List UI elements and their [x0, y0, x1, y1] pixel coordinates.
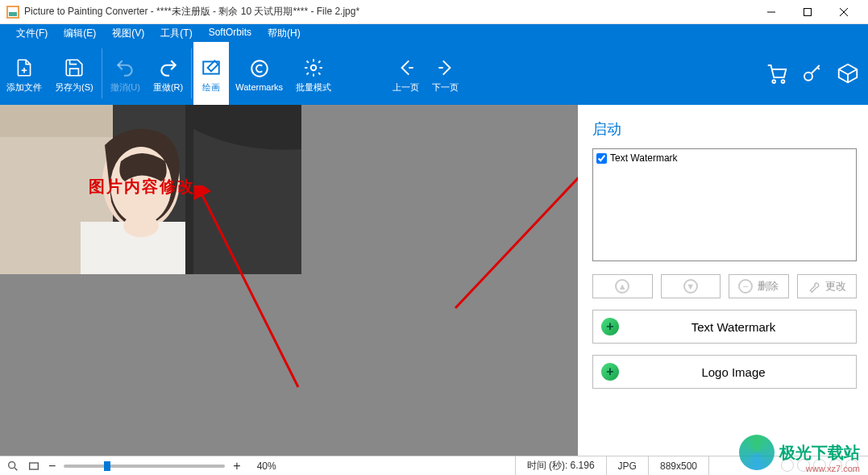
- side-panel-title: 启动: [592, 119, 857, 139]
- key-icon[interactable]: [800, 61, 824, 85]
- zoom-out-button[interactable]: −: [48, 459, 56, 473]
- batch-button[interactable]: 批量模式: [289, 42, 338, 105]
- undo-icon: [114, 56, 135, 80]
- zoom-in-button[interactable]: +: [233, 459, 240, 473]
- fit-screen-icon[interactable]: [27, 460, 40, 473]
- svg-rect-17: [0, 105, 113, 137]
- status-time: 时间 (秒): 6.196: [515, 456, 606, 476]
- separator: [102, 48, 102, 98]
- svg-point-12: [772, 80, 775, 83]
- save-icon: [64, 56, 85, 80]
- main-area: 图片内容修改 启动 Text Watermark ▲ ▼ −删除 更改 + Te…: [0, 105, 868, 456]
- add-file-button[interactable]: 添加文件: [0, 42, 48, 105]
- status-bar: − + 40% 时间 (秒): 6.196 JPG 889x500: [0, 456, 868, 475]
- separator: [191, 48, 192, 98]
- menu-view[interactable]: 视图(V): [104, 24, 152, 42]
- cart-icon[interactable]: [765, 61, 789, 85]
- svg-line-24: [455, 163, 578, 308]
- close-button[interactable]: [825, 0, 862, 24]
- svg-point-21: [123, 215, 159, 237]
- zoom-fit-icon[interactable]: [6, 460, 19, 473]
- package-icon[interactable]: [836, 61, 860, 85]
- menu-softorbits[interactable]: SoftOrbits: [201, 24, 260, 42]
- zoom-thumb[interactable]: [104, 461, 110, 471]
- undo-button[interactable]: 撤消(U): [104, 42, 147, 105]
- zoom-slider[interactable]: [64, 465, 225, 468]
- add-file-icon: [14, 56, 35, 80]
- watermark-checkbox[interactable]: [596, 153, 607, 164]
- svg-point-14: [804, 73, 812, 81]
- watermarks-button[interactable]: Watermarks: [229, 42, 289, 105]
- canvas[interactable]: 图片内容修改: [0, 105, 578, 456]
- gear-icon: [303, 56, 324, 80]
- watermark-item-label: Text Watermark: [610, 152, 678, 164]
- redo-button[interactable]: 重做(R): [147, 42, 189, 105]
- annotation-arrow: [193, 185, 314, 395]
- menu-edit[interactable]: 编辑(E): [56, 24, 104, 42]
- svg-point-13: [782, 80, 785, 83]
- app-icon: [6, 6, 19, 19]
- svg-point-25: [9, 461, 15, 468]
- svg-point-11: [311, 65, 317, 70]
- add-text-watermark-button[interactable]: + Text Watermark: [592, 310, 857, 344]
- delete-button[interactable]: −删除: [729, 274, 789, 298]
- paint-icon: [201, 56, 222, 80]
- menu-bar: 文件(F) 编辑(E) 视图(V) 工具(T) SoftOrbits 帮助(H): [0, 24, 868, 42]
- plus-icon: +: [601, 318, 619, 335]
- svg-line-26: [15, 468, 17, 470]
- prev-button[interactable]: 上一页: [386, 42, 426, 105]
- status-format: JPG: [606, 456, 648, 476]
- modify-button[interactable]: 更改: [797, 274, 858, 298]
- side-panel: 启动 Text Watermark ▲ ▼ −删除 更改 + Text Wate…: [578, 105, 868, 456]
- next-button[interactable]: 下一页: [426, 42, 465, 105]
- add-logo-image-button[interactable]: + Logo Image: [592, 355, 857, 389]
- svg-point-10: [251, 60, 268, 77]
- watermark-overlay-text: 图片内容修改: [89, 176, 195, 198]
- menu-help[interactable]: 帮助(H): [260, 24, 309, 42]
- move-down-button[interactable]: ▼: [661, 274, 721, 298]
- brand-url: www.xz7.com: [806, 464, 860, 473]
- move-up-button[interactable]: ▲: [592, 274, 653, 298]
- menu-tools[interactable]: 工具(T): [152, 24, 200, 42]
- plus-icon: +: [601, 363, 619, 381]
- paint-button[interactable]: 绘画: [193, 42, 229, 105]
- window-title: Picture to Painting Converter - ****未注册版…: [24, 5, 753, 19]
- menu-file[interactable]: 文件(F): [8, 24, 56, 42]
- next-icon: [435, 56, 456, 80]
- minus-icon: −: [738, 279, 753, 294]
- list-item[interactable]: Text Watermark: [596, 152, 853, 164]
- svg-rect-4: [804, 8, 811, 15]
- maximize-button[interactable]: [789, 0, 825, 24]
- save-as-button[interactable]: 另存为(S): [48, 42, 100, 105]
- zoom-value: 40%: [257, 460, 276, 472]
- toolbar: 添加文件 另存为(S) 撤消(U) 重做(R) 绘画 Watermarks 批量…: [0, 42, 868, 105]
- down-icon: ▼: [683, 279, 698, 294]
- prev-icon: [396, 56, 417, 80]
- redo-icon: [158, 56, 179, 80]
- svg-line-23: [201, 194, 298, 387]
- wrench-icon: [808, 280, 820, 293]
- copyright-icon: [249, 56, 270, 81]
- svg-rect-27: [30, 463, 39, 469]
- annotation-arrow: [447, 155, 578, 316]
- minimize-button[interactable]: [753, 0, 789, 24]
- svg-rect-2: [9, 12, 17, 16]
- status-dimensions: 889x500: [648, 456, 708, 476]
- up-icon: ▲: [615, 279, 629, 294]
- watermark-list[interactable]: Text Watermark: [592, 148, 857, 261]
- title-bar: Picture to Painting Converter - ****未注册版…: [0, 0, 868, 24]
